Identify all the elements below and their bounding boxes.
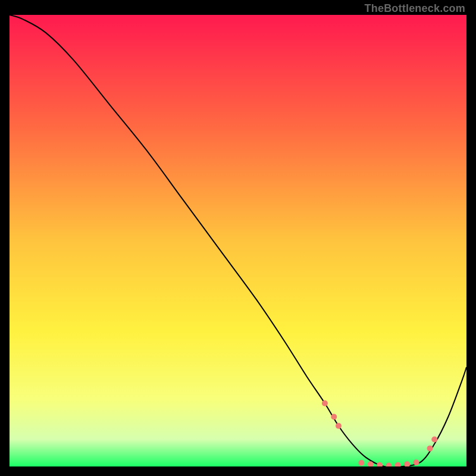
bottleneck-chart (10, 15, 466, 466)
marker-dot (414, 459, 419, 465)
marker-dot (358, 460, 364, 466)
marker-dot (431, 436, 437, 442)
marker-dot (336, 423, 342, 429)
attribution-text: TheBottleneck.com (365, 2, 465, 15)
gradient-background (10, 15, 466, 466)
marker-dot (427, 446, 433, 452)
chart-plot-area (10, 15, 466, 466)
marker-dot (331, 414, 337, 420)
marker-dot (322, 400, 328, 406)
